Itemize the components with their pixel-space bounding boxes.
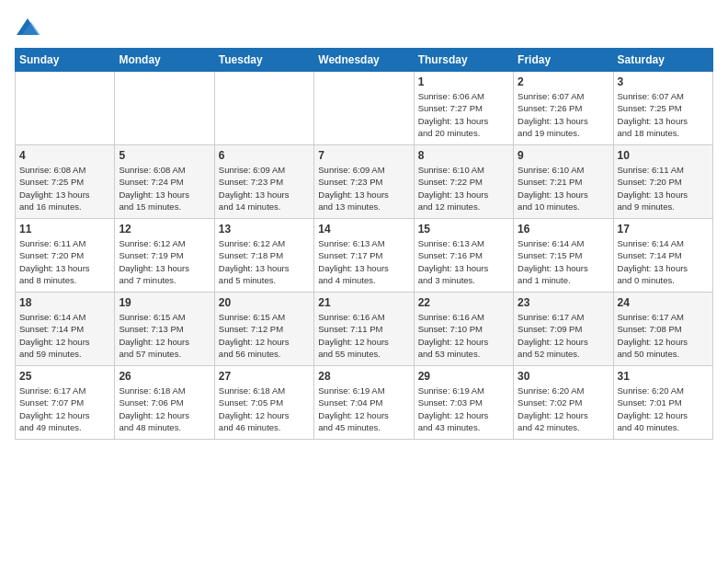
day-info: Sunrise: 6:12 AM Sunset: 7:18 PM Dayligh… [219,237,310,286]
calendar-cell: 3Sunrise: 6:07 AM Sunset: 7:25 PM Daylig… [613,72,712,145]
calendar-cell: 10Sunrise: 6:11 AM Sunset: 7:20 PM Dayli… [613,145,712,219]
calendar-cell: 4Sunrise: 6:08 AM Sunset: 7:25 PM Daylig… [16,145,115,219]
day-number: 7 [318,149,409,162]
day-info: Sunrise: 6:13 AM Sunset: 7:17 PM Dayligh… [318,237,409,286]
day-number: 20 [219,296,310,309]
day-info: Sunrise: 6:14 AM Sunset: 7:15 PM Dayligh… [518,237,609,286]
day-header-thursday: Thursday [414,49,513,72]
day-number: 8 [418,149,509,162]
calendar-cell: 17Sunrise: 6:14 AM Sunset: 7:14 PM Dayli… [613,219,712,293]
calendar-cell: 2Sunrise: 6:07 AM Sunset: 7:26 PM Daylig… [514,72,613,145]
day-number: 17 [618,223,709,236]
day-info: Sunrise: 6:07 AM Sunset: 7:26 PM Dayligh… [518,90,609,139]
day-number: 9 [518,149,609,162]
calendar-table: SundayMondayTuesdayWednesdayThursdayFrid… [15,48,713,440]
day-info: Sunrise: 6:09 AM Sunset: 7:23 PM Dayligh… [219,164,310,213]
day-number: 16 [518,223,609,236]
day-info: Sunrise: 6:14 AM Sunset: 7:14 PM Dayligh… [19,311,110,360]
calendar-cell: 25Sunrise: 6:17 AM Sunset: 7:07 PM Dayli… [16,366,115,440]
day-number: 24 [618,296,709,309]
calendar-cell: 21Sunrise: 6:16 AM Sunset: 7:11 PM Dayli… [314,293,414,366]
calendar-cell: 18Sunrise: 6:14 AM Sunset: 7:14 PM Dayli… [16,293,115,366]
day-info: Sunrise: 6:15 AM Sunset: 7:12 PM Dayligh… [219,311,310,360]
day-number: 11 [19,223,110,236]
day-info: Sunrise: 6:14 AM Sunset: 7:14 PM Dayligh… [618,237,709,286]
day-number: 30 [518,370,609,383]
day-number: 18 [19,296,110,309]
day-info: Sunrise: 6:16 AM Sunset: 7:11 PM Dayligh… [318,311,409,360]
day-header-friday: Friday [514,49,613,72]
day-number: 23 [518,296,609,309]
day-number: 6 [219,149,310,162]
day-info: Sunrise: 6:06 AM Sunset: 7:27 PM Dayligh… [418,90,509,139]
day-info: Sunrise: 6:08 AM Sunset: 7:25 PM Dayligh… [19,164,110,213]
week-row-5: 25Sunrise: 6:17 AM Sunset: 7:07 PM Dayli… [16,366,713,440]
day-number: 21 [318,296,409,309]
day-info: Sunrise: 6:18 AM Sunset: 7:05 PM Dayligh… [219,385,310,433]
day-number: 1 [418,75,509,88]
day-info: Sunrise: 6:20 AM Sunset: 7:01 PM Dayligh… [618,385,709,433]
day-info: Sunrise: 6:10 AM Sunset: 7:22 PM Dayligh… [418,164,509,213]
day-info: Sunrise: 6:07 AM Sunset: 7:25 PM Dayligh… [618,90,709,139]
logo-icon [15,15,40,40]
week-row-4: 18Sunrise: 6:14 AM Sunset: 7:14 PM Dayli… [16,293,713,366]
calendar-cell: 16Sunrise: 6:14 AM Sunset: 7:15 PM Dayli… [514,219,613,293]
calendar-cell: 28Sunrise: 6:19 AM Sunset: 7:04 PM Dayli… [314,366,414,440]
day-info: Sunrise: 6:09 AM Sunset: 7:23 PM Dayligh… [318,164,409,213]
calendar-cell: 31Sunrise: 6:20 AM Sunset: 7:01 PM Dayli… [613,366,712,440]
day-info: Sunrise: 6:15 AM Sunset: 7:13 PM Dayligh… [119,311,210,360]
day-number: 22 [418,296,509,309]
calendar-cell [314,72,414,145]
calendar-cell: 12Sunrise: 6:12 AM Sunset: 7:19 PM Dayli… [115,219,214,293]
week-row-1: 1Sunrise: 6:06 AM Sunset: 7:27 PM Daylig… [16,72,713,145]
calendar-cell: 8Sunrise: 6:10 AM Sunset: 7:22 PM Daylig… [414,145,513,219]
header-row: SundayMondayTuesdayWednesdayThursdayFrid… [16,49,713,72]
calendar-cell: 19Sunrise: 6:15 AM Sunset: 7:13 PM Dayli… [115,293,214,366]
day-number: 2 [518,75,609,88]
day-info: Sunrise: 6:17 AM Sunset: 7:08 PM Dayligh… [618,311,709,360]
day-number: 15 [418,223,509,236]
day-number: 27 [219,370,310,383]
calendar-cell: 9Sunrise: 6:10 AM Sunset: 7:21 PM Daylig… [514,145,613,219]
day-info: Sunrise: 6:18 AM Sunset: 7:06 PM Dayligh… [119,385,210,433]
day-info: Sunrise: 6:19 AM Sunset: 7:03 PM Dayligh… [418,385,509,433]
day-info: Sunrise: 6:10 AM Sunset: 7:21 PM Dayligh… [518,164,609,213]
day-info: Sunrise: 6:17 AM Sunset: 7:09 PM Dayligh… [518,311,609,360]
calendar-cell: 11Sunrise: 6:11 AM Sunset: 7:20 PM Dayli… [16,219,115,293]
day-number: 25 [19,370,110,383]
calendar-cell: 23Sunrise: 6:17 AM Sunset: 7:09 PM Dayli… [514,293,613,366]
calendar-header [15,15,713,40]
calendar-cell: 14Sunrise: 6:13 AM Sunset: 7:17 PM Dayli… [314,219,414,293]
calendar-cell: 13Sunrise: 6:12 AM Sunset: 7:18 PM Dayli… [214,219,313,293]
day-header-saturday: Saturday [613,49,712,72]
day-header-sunday: Sunday [16,49,115,72]
calendar-cell: 29Sunrise: 6:19 AM Sunset: 7:03 PM Dayli… [414,366,513,440]
day-info: Sunrise: 6:11 AM Sunset: 7:20 PM Dayligh… [618,164,709,213]
week-row-2: 4Sunrise: 6:08 AM Sunset: 7:25 PM Daylig… [16,145,713,219]
calendar-cell: 24Sunrise: 6:17 AM Sunset: 7:08 PM Dayli… [613,293,712,366]
day-number: 3 [618,75,709,88]
day-info: Sunrise: 6:20 AM Sunset: 7:02 PM Dayligh… [518,385,609,433]
day-number: 29 [418,370,509,383]
calendar-cell: 6Sunrise: 6:09 AM Sunset: 7:23 PM Daylig… [214,145,313,219]
calendar-cell: 1Sunrise: 6:06 AM Sunset: 7:27 PM Daylig… [414,72,513,145]
calendar-cell: 5Sunrise: 6:08 AM Sunset: 7:24 PM Daylig… [115,145,214,219]
day-number: 12 [119,223,210,236]
day-number: 26 [119,370,210,383]
day-info: Sunrise: 6:12 AM Sunset: 7:19 PM Dayligh… [119,237,210,286]
day-number: 5 [119,149,210,162]
day-info: Sunrise: 6:08 AM Sunset: 7:24 PM Dayligh… [119,164,210,213]
calendar-cell: 22Sunrise: 6:16 AM Sunset: 7:10 PM Dayli… [414,293,513,366]
day-info: Sunrise: 6:13 AM Sunset: 7:16 PM Dayligh… [418,237,509,286]
day-info: Sunrise: 6:17 AM Sunset: 7:07 PM Dayligh… [19,385,110,433]
calendar-cell: 30Sunrise: 6:20 AM Sunset: 7:02 PM Dayli… [514,366,613,440]
calendar-cell: 26Sunrise: 6:18 AM Sunset: 7:06 PM Dayli… [115,366,214,440]
week-row-3: 11Sunrise: 6:11 AM Sunset: 7:20 PM Dayli… [16,219,713,293]
day-number: 13 [219,223,310,236]
day-header-monday: Monday [115,49,214,72]
calendar-cell: 15Sunrise: 6:13 AM Sunset: 7:16 PM Dayli… [414,219,513,293]
day-info: Sunrise: 6:16 AM Sunset: 7:10 PM Dayligh… [418,311,509,360]
calendar-cell: 27Sunrise: 6:18 AM Sunset: 7:05 PM Dayli… [214,366,313,440]
calendar-cell: 7Sunrise: 6:09 AM Sunset: 7:23 PM Daylig… [314,145,414,219]
calendar-cell: 20Sunrise: 6:15 AM Sunset: 7:12 PM Dayli… [214,293,313,366]
